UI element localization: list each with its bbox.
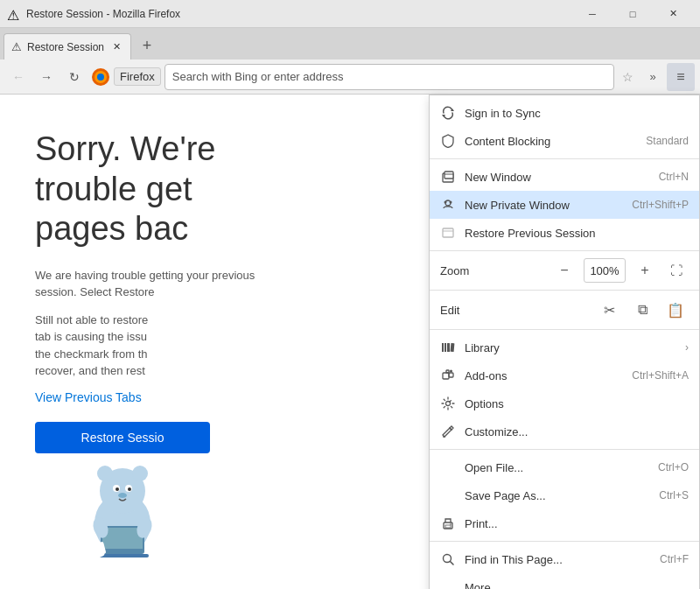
active-tab[interactable]: ⚠ Restore Session ✕: [4, 33, 131, 60]
find-in-page-shortcut: Ctrl+F: [660, 553, 689, 565]
edit-row: Edit ✂ ⧉ 📋: [430, 294, 699, 326]
tab-warning-icon: ⚠: [11, 40, 22, 53]
customize-label: Customize...: [465, 425, 689, 438]
svg-rect-27: [443, 228, 453, 237]
menu-item-find-in-page[interactable]: Find in This Page... Ctrl+F: [430, 545, 699, 573]
toolbar: ← → ↻ Firefox Search with Bing or enter …: [0, 60, 700, 95]
firefox-label: Firefox: [114, 67, 161, 86]
zoom-minus-button[interactable]: −: [552, 258, 577, 283]
svg-point-35: [450, 370, 452, 373]
menu-item-customize[interactable]: Customize...: [430, 417, 699, 445]
new-window-shortcut: Ctrl+N: [659, 171, 689, 183]
menu-item-save-page[interactable]: Save Page As... Ctrl+S: [430, 481, 699, 509]
save-page-label: Save Page As...: [465, 489, 650, 502]
restore-session-icon: [440, 225, 456, 241]
svg-rect-13: [102, 528, 143, 549]
refresh-button[interactable]: ↻: [61, 64, 88, 90]
divider-2: [430, 250, 699, 251]
cut-button[interactable]: ✂: [596, 298, 622, 322]
more-icon: [440, 579, 456, 589]
open-file-label: Open File...: [465, 461, 649, 474]
hamburger-menu-button[interactable]: ≡: [667, 63, 695, 91]
save-page-icon: [440, 487, 456, 503]
save-page-shortcut: Ctrl+S: [659, 489, 689, 501]
close-button[interactable]: ✕: [653, 0, 693, 28]
svg-rect-34: [449, 373, 453, 377]
menu-item-open-file[interactable]: Open File... Ctrl+O: [430, 453, 699, 481]
divider-6: [430, 541, 699, 542]
svg-point-5: [97, 466, 113, 481]
titlebar-controls: ─ □ ✕: [572, 0, 693, 28]
sign-in-sync-label: Sign in to Sync: [465, 107, 689, 120]
divider-3: [430, 290, 699, 291]
address-placeholder: Search with Bing or enter address: [172, 70, 606, 83]
library-icon: [440, 340, 456, 355]
tabbar: ⚠ Restore Session ✕ +: [0, 28, 700, 60]
menu-item-library[interactable]: Library ›: [430, 333, 699, 361]
menu-item-sign-in-sync[interactable]: Sign in to Sync: [430, 99, 699, 127]
new-tab-button[interactable]: +: [135, 33, 159, 58]
svg-point-41: [450, 523, 452, 525]
menu-item-print[interactable]: Print...: [430, 509, 699, 537]
add-ons-label: Add-ons: [465, 369, 623, 382]
divider-5: [430, 449, 699, 450]
find-in-page-label: Find in This Page...: [465, 553, 651, 566]
new-window-icon: [440, 169, 456, 185]
minimize-button[interactable]: ─: [572, 0, 612, 28]
tab-close-button[interactable]: ✕: [109, 40, 123, 54]
svg-point-2: [97, 74, 104, 81]
svg-rect-33: [443, 373, 449, 379]
description-text-1: We are having trouble getting your previ…: [35, 267, 368, 301]
titlebar-title: Restore Session - Mozilla Firefox: [26, 8, 572, 20]
menu-item-options[interactable]: Options: [430, 389, 699, 417]
menu-item-new-private-window[interactable]: New Private Window Ctrl+Shift+P: [430, 191, 699, 219]
menu-item-content-blocking[interactable]: Content Blocking Standard: [430, 127, 699, 155]
description-text-2: Still not able to restore tab is causing…: [35, 312, 368, 380]
svg-point-10: [128, 487, 131, 491]
divider-1: [430, 158, 699, 159]
zoom-fullscreen-button[interactable]: ⛶: [664, 258, 689, 283]
svg-line-43: [451, 562, 454, 565]
svg-point-11: [118, 493, 127, 498]
firefox-logo: [91, 67, 110, 87]
bookmark-star-button[interactable]: ☆: [616, 66, 639, 88]
overflow-button[interactable]: »: [640, 65, 665, 89]
divider-4: [430, 329, 699, 330]
sync-icon: [440, 105, 456, 121]
shield-icon: [440, 133, 456, 149]
print-label: Print...: [465, 517, 689, 530]
svg-point-6: [132, 466, 148, 481]
zoom-row: Zoom − 100% + ⛶: [430, 255, 699, 286]
restore-previous-session-label: Restore Previous Session: [465, 227, 689, 240]
svg-rect-36: [446, 370, 449, 373]
paste-button[interactable]: 📋: [662, 298, 689, 322]
private-window-icon: [440, 197, 456, 213]
open-file-icon: [440, 459, 456, 475]
new-private-window-label: New Private Window: [465, 199, 623, 212]
svg-point-26: [450, 201, 452, 204]
menu-item-restore-previous-session[interactable]: Restore Previous Session: [430, 219, 699, 247]
zoom-plus-button[interactable]: +: [633, 258, 657, 283]
svg-rect-22: [444, 172, 453, 179]
svg-rect-31: [447, 343, 450, 352]
svg-point-25: [444, 201, 447, 204]
add-ons-icon: [440, 368, 456, 383]
add-ons-shortcut: Ctrl+Shift+A: [632, 369, 689, 382]
new-private-window-shortcut: Ctrl+Shift+P: [632, 199, 689, 211]
titlebar-warning-icon: ⚠: [7, 7, 21, 21]
options-label: Options: [465, 397, 689, 410]
address-bar[interactable]: Search with Bing or enter address: [164, 64, 614, 90]
options-icon: [440, 396, 456, 411]
new-window-label: New Window: [465, 171, 650, 184]
print-icon: [440, 515, 456, 531]
bear-illustration: [70, 449, 175, 563]
content-blocking-shortcut: Standard: [646, 135, 689, 147]
library-label: Library: [465, 341, 676, 354]
back-button[interactable]: ←: [5, 64, 32, 90]
maximize-button[interactable]: □: [612, 0, 653, 28]
copy-button[interactable]: ⧉: [629, 298, 655, 322]
menu-item-more[interactable]: More: [430, 573, 699, 589]
menu-item-add-ons[interactable]: Add-ons Ctrl+Shift+A: [430, 361, 699, 389]
menu-item-new-window[interactable]: New Window Ctrl+N: [430, 163, 699, 191]
forward-button[interactable]: →: [33, 64, 60, 90]
